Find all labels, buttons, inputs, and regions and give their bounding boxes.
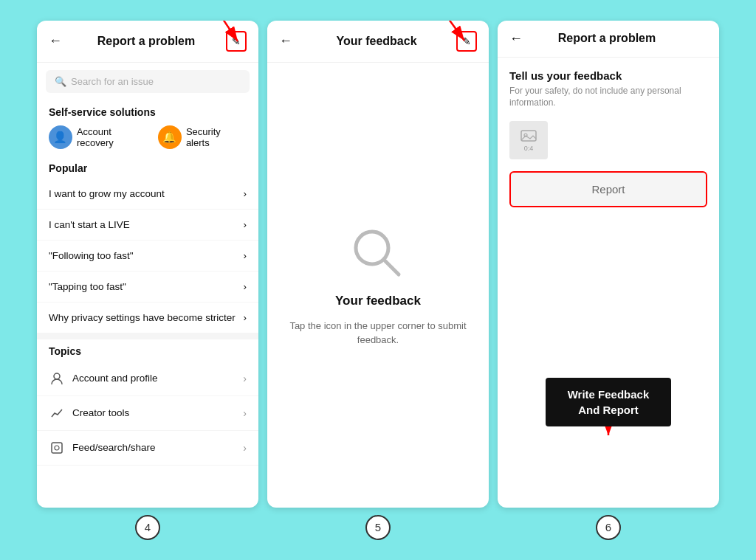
edit-icon-button-4[interactable]: ✎ bbox=[226, 31, 247, 52]
list-item-following-label: "Following too fast" bbox=[49, 250, 134, 261]
topic-account-label: Account and profile bbox=[72, 373, 236, 384]
step-number-5: 5 bbox=[365, 515, 391, 540]
account-recovery-item[interactable]: 👤 Account recovery bbox=[49, 125, 151, 149]
back-button-5[interactable]: ← bbox=[279, 33, 297, 49]
svg-rect-3 bbox=[52, 443, 62, 453]
tell-us-title: Tell us your feedback bbox=[509, 69, 707, 82]
screen-6: ← Report a problem Tell us your feedback… bbox=[498, 21, 719, 508]
list-item-privacy[interactable]: Why privacy settings have become stricte… bbox=[37, 303, 258, 333]
topic-creator-icon bbox=[49, 405, 65, 421]
magnifier-icon bbox=[348, 224, 408, 283]
edit-icon-5: ✎ bbox=[462, 35, 471, 47]
search-icon-4: 🔍 bbox=[55, 76, 66, 87]
report-button[interactable]: Report bbox=[509, 171, 707, 207]
feedback-empty-title: Your feedback bbox=[335, 294, 421, 308]
back-button-6[interactable]: ← bbox=[509, 31, 527, 46]
chevron-creator: › bbox=[243, 407, 247, 419]
list-item-tapping-label: "Tapping too fast" bbox=[49, 281, 126, 292]
chevron-tapping: › bbox=[244, 281, 247, 292]
screen4-title: Report a problem bbox=[66, 35, 226, 48]
screen5-title: Your feedback bbox=[297, 35, 456, 48]
security-alerts-icon: 🔔 bbox=[158, 125, 182, 149]
edit-icon-4: ✎ bbox=[232, 35, 241, 47]
topic-account-icon bbox=[49, 370, 65, 387]
chevron-grow: › bbox=[244, 188, 247, 199]
topic-creator-label: Creator tools bbox=[72, 407, 236, 418]
back-button-4[interactable]: ← bbox=[49, 33, 66, 49]
topic-account[interactable]: Account and profile › bbox=[37, 362, 258, 396]
svg-line-8 bbox=[385, 261, 399, 274]
account-recovery-icon: 👤 bbox=[49, 125, 72, 149]
image-placeholder[interactable]: 0:4 bbox=[509, 121, 548, 159]
chevron-following: › bbox=[244, 250, 247, 261]
topic-feed-label: Feed/search/share bbox=[72, 442, 236, 453]
search-bar-4[interactable]: 🔍 Search for an issue bbox=[46, 70, 250, 93]
image-counter: 0:4 bbox=[524, 145, 534, 152]
svg-point-4 bbox=[55, 446, 59, 450]
topic-creator[interactable]: Creator tools › bbox=[37, 396, 258, 431]
list-item-following[interactable]: "Following too fast" › bbox=[37, 241, 258, 272]
chevron-privacy: › bbox=[244, 312, 247, 323]
self-service-items: 👤 Account recovery 🔔 Security alerts bbox=[37, 122, 258, 156]
list-item-grow-label: I want to grow my account bbox=[49, 188, 165, 199]
list-item-privacy-label: Why privacy settings have become stricte… bbox=[49, 312, 236, 323]
divider-4 bbox=[37, 333, 258, 339]
step-number-4: 4 bbox=[135, 515, 160, 540]
chevron-feed: › bbox=[243, 442, 247, 454]
feedback-empty-subtitle: Tap the icon in the upper corner to subm… bbox=[282, 319, 474, 348]
self-service-title: Self-service solutions bbox=[37, 100, 258, 122]
svg-rect-9 bbox=[521, 131, 536, 141]
topic-feed[interactable]: Feed/search/share › bbox=[37, 431, 258, 466]
svg-point-2 bbox=[54, 373, 60, 379]
screen-4: ← Report a problem ✎ 🔍 Se bbox=[37, 21, 258, 508]
feedback-empty-state: Your feedback Tap the icon in the upper … bbox=[267, 63, 489, 508]
list-item-grow[interactable]: I want to grow my account › bbox=[37, 179, 258, 210]
list-item-live[interactable]: I can't start a LIVE › bbox=[37, 210, 258, 241]
account-recovery-label: Account recovery bbox=[77, 126, 151, 148]
chevron-live: › bbox=[244, 219, 247, 230]
step-number-6: 6 bbox=[596, 515, 621, 540]
security-alerts-label: Security alerts bbox=[186, 126, 247, 148]
screen6-title: Report a problem bbox=[527, 32, 687, 45]
screen-5: ← Your feedback ✎ bbox=[267, 21, 489, 508]
security-alerts-item[interactable]: 🔔 Security alerts bbox=[158, 125, 247, 149]
edit-icon-button-5[interactable]: ✎ bbox=[456, 31, 477, 52]
list-item-tapping[interactable]: "Tapping too fast" › bbox=[37, 272, 258, 303]
screen6-header: ← Report a problem bbox=[498, 21, 719, 58]
tell-us-subtitle: For your safety, do not include any pers… bbox=[509, 85, 707, 110]
topic-feed-icon bbox=[49, 440, 65, 456]
search-placeholder-4: Search for an issue bbox=[71, 76, 154, 87]
screen6-body: Tell us your feedback For your safety, d… bbox=[498, 58, 719, 220]
chevron-account: › bbox=[243, 373, 247, 384]
topics-title: Topics bbox=[37, 339, 258, 362]
list-item-live-label: I can't start a LIVE bbox=[49, 219, 130, 230]
screen5-header: ← Your feedback ✎ bbox=[267, 21, 489, 63]
screen4-header: ← Report a problem ✎ bbox=[37, 21, 258, 63]
svg-point-7 bbox=[356, 232, 388, 264]
annotation-box: Write Feedback And Report bbox=[546, 378, 671, 426]
popular-title: Popular bbox=[37, 156, 258, 179]
